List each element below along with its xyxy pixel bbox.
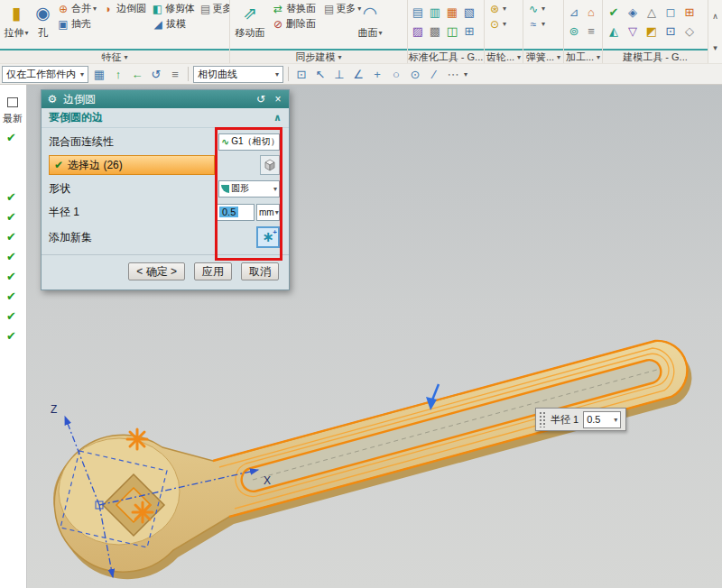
trim-body-icon: ◧ [152,3,163,15]
std-tool-icon[interactable]: ▧ [461,3,477,21]
check-tool-icon[interactable]: ✔ [605,3,623,21]
snap-more-icon[interactable]: ⋯ [445,66,461,83]
snap-circle-center-icon[interactable]: ○ [388,66,404,83]
hole-icon: ◉ [35,3,51,26]
machining-tool-icon[interactable]: ⊚ [566,22,582,40]
modeling-tool-icon[interactable]: ◻ [662,3,680,21]
modeling-tool-icon[interactable]: ⊞ [680,3,699,21]
snap-point-on-curve-icon[interactable]: ∕ [426,66,442,83]
spring-tool-button[interactable]: ∿ ▾ [525,1,547,16]
history-check-icon[interactable]: ✔ [6,231,16,243]
history-check-icon[interactable]: ✔ [6,191,16,204]
select-edge-active-field[interactable]: ✔ 选择边 (26) [49,155,215,175]
snap-midpoint-icon[interactable]: ⊥ [331,66,347,83]
section-edges-to-blend[interactable]: 要倒圆的边 ∧ [42,108,289,128]
snap-quadrant-icon[interactable]: ⊙ [407,66,423,83]
drag-grip-handle[interactable] [539,411,546,427]
modeling-tool-icon[interactable]: ◈ [624,3,642,21]
curve-rule-combo[interactable]: 相切曲线 ▾ [193,66,283,83]
history-check-icon[interactable]: ✔ [6,211,16,224]
back-icon[interactable]: ← [129,66,145,83]
history-check-icon[interactable]: ✔ [6,290,16,303]
history-check-icon[interactable]: ✔ [6,132,16,144]
modeling-tool-icon[interactable]: ▽ [624,22,642,40]
replace-face-button[interactable]: ⇄ 替换面 [270,1,320,16]
hole-button[interactable]: ◉ 孔 [32,1,53,40]
solid-body-filter-button[interactable] [260,155,280,175]
trim-body-button[interactable]: ◧ 修剪体 [150,1,197,16]
modeling-tool-icon[interactable]: ◩ [643,22,661,40]
snap-endpoint-icon[interactable]: ↖ [312,66,329,83]
feature-more-button[interactable]: ▤ 更多 ▾ [199,1,227,16]
group-label-standard-tools[interactable]: 标准化工具 - G... [408,49,484,63]
history-check-icon[interactable]: ✔ [6,271,16,283]
dropdown-arrow-icon[interactable]: ▾ [464,70,467,78]
history-check-icon[interactable]: ✔ [6,330,16,343]
std-tool-icon[interactable]: ▩ [427,22,443,40]
unite-button[interactable]: ⊕ 合并 ▾ [55,1,98,16]
window-icon[interactable] [7,97,18,107]
machining-tool-icon[interactable]: ⌂ [583,3,599,21]
continuity-dropdown[interactable]: ∿ G1（相切） ▾ [218,133,280,151]
move-face-button[interactable]: ⇗ 移动面 [232,1,268,40]
snap-point-grid-icon[interactable]: ⊡ [293,66,310,83]
dropdown-arrow-icon: ▾ [614,416,617,424]
dialog-titlebar[interactable]: ⚙ 边倒圆 ↺ × [42,90,289,108]
dialog-reset-button[interactable]: ↺ [255,93,267,106]
shape-dropdown[interactable]: 圆形 ▾ [218,180,280,198]
ribbon-collapse-chevron[interactable]: ∧ [712,12,718,21]
cancel-button[interactable]: 取消 [241,262,279,280]
draft-button[interactable]: ◢ 拔模 [150,16,197,32]
extrude-button[interactable]: ▮ 拉伸▾ [2,1,31,40]
gear-tool-button[interactable]: ⊙ ▾ [486,16,508,32]
gear-tool-button[interactable]: ⊛ ▾ [486,1,508,16]
sync-more-button[interactable]: ▤ 更多 ▾ [322,1,353,16]
surface-button[interactable]: ◠ 曲面▾ [355,1,385,40]
edge-blend-dialog: ⚙ 边倒圆 ↺ × 要倒圆的边 ∧ 混合面连续性 ∿ G1（相切） ▾ ✔ 选择… [41,89,290,290]
menu-icon[interactable]: ≡ [167,66,183,83]
delete-face-button[interactable]: ⊘ 删除面 [270,16,320,32]
ok-button[interactable]: < 确定 > [128,262,185,280]
group-label-feature[interactable]: 特征 ▾ [0,49,229,63]
machining-tool-icon[interactable]: ≡ [583,22,599,40]
std-tool-icon[interactable]: ⊞ [461,22,477,40]
sync-group-text: 同步建模 [295,51,335,64]
std-tool-icon[interactable]: ▥ [427,3,443,21]
undo-icon[interactable]: ↺ [148,66,164,83]
dialog-close-button[interactable]: × [272,93,284,106]
apply-button[interactable]: 应用 [194,262,232,280]
modeling-tool-icon[interactable]: ◭ [605,22,623,40]
delete-face-label: 删除面 [286,17,316,31]
std-tool-icon[interactable]: ▤ [410,3,426,21]
group-label-spring[interactable]: 弹簧... ▾ [523,49,563,63]
group-label-modeling-tools[interactable]: 建模工具 - G... [603,49,708,63]
std-tool-icon[interactable]: ◫ [444,22,460,40]
edge-blend-button[interactable]: ◗ 边倒圆 [100,1,148,16]
machining-tool-icon[interactable]: ⊿ [566,3,582,21]
group-label-machining[interactable]: 加工... ▾ [564,49,602,63]
radius-input[interactable]: 0.5 [217,204,255,221]
collapse-arrow-icon[interactable]: ∧ [273,112,282,124]
selection-filter-icon[interactable]: ▦ [91,66,107,83]
onscreen-radius-value: 0.5 [587,414,600,425]
modeling-tool-icon[interactable]: ◇ [680,22,699,40]
add-new-set-button[interactable]: ∗ + [256,226,280,248]
move-up-assembly-icon[interactable]: ↑ [110,66,126,83]
snap-intersection-icon[interactable]: + [369,66,385,83]
std-tool-icon[interactable]: ▦ [444,3,460,21]
radius-value: 0.5 [219,207,238,217]
ribbon-options-arrow[interactable]: ▾ [713,43,717,52]
spring-tool-button[interactable]: ≈ ▾ [525,16,547,32]
shell-button[interactable]: ▣ 抽壳 [55,16,98,32]
std-tool-icon[interactable]: ▨ [410,22,426,40]
onscreen-radius-input[interactable]: 0.5 ▾ [583,411,621,428]
history-check-icon[interactable]: ✔ [6,310,16,323]
selection-scope-combo[interactable]: 仅在工作部件内 ▾ [2,66,88,83]
snap-angle-icon[interactable]: ∠ [350,66,366,83]
group-label-gear[interactable]: 齿轮... ▾ [485,49,523,63]
unit-dropdown[interactable]: mm ▾ [256,204,280,221]
modeling-tool-icon[interactable]: △ [643,3,661,21]
history-check-icon[interactable]: ✔ [6,251,16,263]
group-label-synchronous-modeling[interactable]: 同步建模 ▾ [230,49,407,63]
modeling-tool-icon[interactable]: ⊡ [662,22,680,40]
